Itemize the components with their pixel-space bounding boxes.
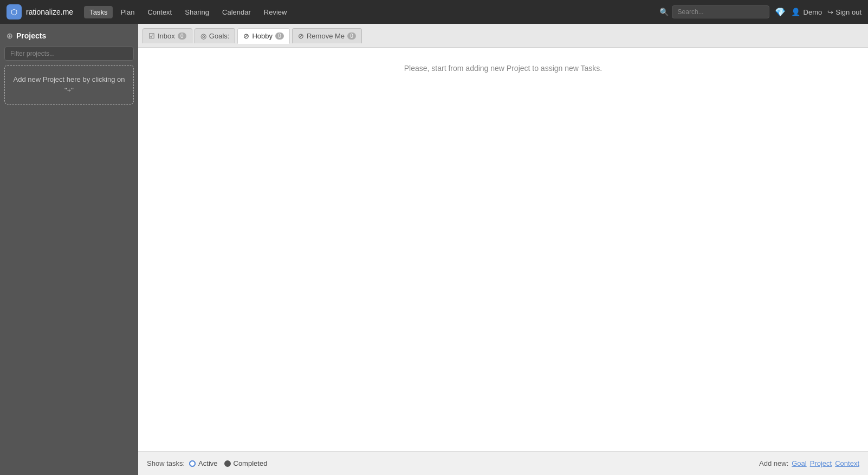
nav-item-plan[interactable]: Plan: [115, 6, 140, 18]
search-input[interactable]: [672, 5, 769, 18]
add-new-project-link[interactable]: Project: [810, 459, 832, 467]
upgrade-icon[interactable]: 💎: [775, 7, 786, 17]
radio-active-label: Active: [198, 459, 217, 467]
radio-completed-label: Completed: [234, 459, 268, 467]
radio-completed[interactable]: Completed: [224, 459, 268, 467]
content-area: ☑ Inbox 0 ◎ Goals: ⊘ Hobby 0 ⊘ Remove Me…: [138, 24, 868, 475]
empty-state-message: Please, start from adding new Project to…: [404, 64, 602, 73]
goals-icon: ◎: [200, 32, 206, 40]
tab-goals-label: Goals:: [209, 32, 230, 40]
main-navigation: Tasks Plan Context Sharing Calendar Revi…: [84, 6, 655, 18]
search-icon[interactable]: 🔍: [659, 8, 669, 16]
nav-item-context[interactable]: Context: [142, 6, 177, 18]
remove-me-icon: ⊘: [298, 32, 304, 40]
logo-text: rationalize.me: [26, 8, 73, 16]
hobby-icon: ⊘: [243, 32, 249, 40]
signout-label: Sign out: [835, 8, 861, 16]
tab-remove-me[interactable]: ⊘ Remove Me 0: [292, 28, 362, 43]
sidebar: ⊕ Projects Add new Project here by click…: [0, 24, 138, 475]
tab-remove-me-label: Remove Me: [307, 32, 345, 40]
main-content: Please, start from adding new Project to…: [138, 48, 868, 451]
projects-icon: ⊕: [7, 31, 13, 40]
radio-group: Active Completed: [189, 459, 267, 467]
logo-icon: ⬡: [7, 4, 22, 19]
nav-item-tasks[interactable]: Tasks: [84, 6, 113, 18]
signout-icon: ↪: [827, 8, 833, 16]
nav-item-calendar[interactable]: Calendar: [217, 6, 256, 18]
signout-button[interactable]: ↪ Sign out: [827, 8, 861, 16]
bottom-bar: Show tasks: Active Completed Add new: Go…: [138, 451, 868, 475]
user-name: Demo: [804, 8, 822, 16]
user-icon: 👤: [791, 8, 800, 16]
top-navigation: ⬡ rationalize.me Tasks Plan Context Shar…: [0, 0, 868, 24]
show-tasks-label: Show tasks:: [147, 459, 185, 467]
tab-inbox-label: Inbox: [158, 32, 175, 40]
tab-bar: ☑ Inbox 0 ◎ Goals: ⊘ Hobby 0 ⊘ Remove Me…: [138, 24, 868, 48]
nav-item-review[interactable]: Review: [258, 6, 293, 18]
projects-label: Projects: [16, 31, 46, 40]
nav-item-sharing[interactable]: Sharing: [179, 6, 215, 18]
logo[interactable]: ⬡ rationalize.me: [7, 4, 73, 19]
add-new-label: Add new:: [759, 459, 788, 467]
tab-goals[interactable]: ◎ Goals:: [195, 28, 236, 43]
main-layout: ⊕ Projects Add new Project here by click…: [0, 24, 868, 475]
tab-inbox[interactable]: ☑ Inbox 0: [142, 28, 192, 43]
tab-hobby-label: Hobby: [252, 32, 273, 40]
add-new-section: Add new: Goal Project Context: [759, 459, 859, 467]
add-new-context-link[interactable]: Context: [835, 459, 859, 467]
tab-inbox-badge: 0: [178, 32, 186, 40]
tab-hobby[interactable]: ⊘ Hobby 0: [237, 28, 290, 44]
search-container: 🔍: [659, 5, 769, 18]
topnav-right: 🔍 💎 👤 Demo ↪ Sign out: [659, 5, 861, 18]
add-new-goal-link[interactable]: Goal: [792, 459, 806, 467]
user-section: 👤 Demo: [791, 8, 822, 16]
tab-hobby-badge: 0: [275, 32, 284, 40]
filter-projects-input[interactable]: [4, 47, 134, 61]
radio-completed-dot: [224, 460, 231, 467]
sidebar-header: ⊕ Projects: [4, 29, 134, 42]
show-tasks-section: Show tasks: Active Completed: [147, 459, 267, 467]
radio-active[interactable]: Active: [189, 459, 217, 467]
radio-active-dot: [189, 460, 196, 467]
add-project-hint: Add new Project here by clicking on "+": [4, 65, 134, 105]
tab-remove-me-badge: 0: [347, 32, 356, 40]
inbox-icon: ☑: [148, 32, 155, 40]
